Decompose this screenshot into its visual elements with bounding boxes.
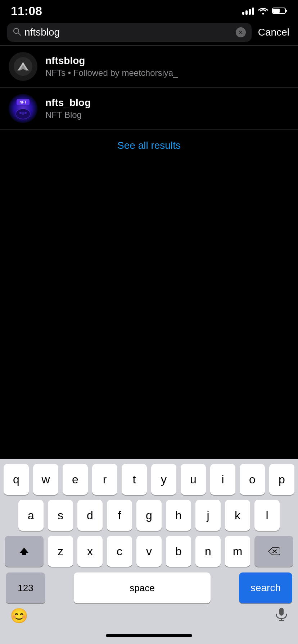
key-m[interactable]: m (225, 536, 250, 567)
key-t[interactable]: t (122, 464, 147, 495)
svg-rect-15 (21, 113, 25, 114)
result-name-nfts-blog: nfts_blog (45, 97, 289, 109)
result-item-nftsblog[interactable]: nftsblog NFTs • Followed by meetchorsiya… (0, 46, 298, 88)
status-time: 11:08 (11, 4, 42, 18)
signal-icon (242, 7, 254, 15)
key-r[interactable]: r (92, 464, 117, 495)
key-i[interactable]: i (210, 464, 235, 495)
mic-button[interactable] (272, 607, 291, 625)
key-h[interactable]: h (166, 500, 191, 531)
keyboard-row-3: z x c v b n m (3, 536, 295, 567)
svg-rect-18 (279, 608, 284, 616)
avatar-nfts-blog: NFT (9, 94, 37, 123)
key-shift[interactable] (5, 536, 44, 567)
key-numbers[interactable]: 123 (6, 572, 45, 603)
result-info-nfts-blog: nfts_blog NFT Blog (45, 97, 289, 120)
see-all-row: See all results (0, 130, 298, 161)
key-f[interactable]: f (107, 500, 132, 531)
result-name-nftsblog: nftsblog (45, 55, 289, 66)
keyboard-row-1: q w e r t y u i o p (3, 464, 295, 495)
search-icon (13, 28, 21, 37)
key-search[interactable]: search (239, 572, 292, 603)
result-sub-nftsblog: NFTs • Followed by meetchorsiya_ (45, 68, 289, 78)
key-k[interactable]: k (225, 500, 250, 531)
status-icons (242, 7, 287, 15)
svg-rect-1 (273, 9, 280, 13)
key-l[interactable]: l (254, 500, 280, 531)
key-j[interactable]: j (195, 500, 221, 531)
key-n[interactable]: n (195, 536, 221, 567)
results-list: nftsblog NFTs • Followed by meetchorsiya… (0, 46, 298, 130)
key-g[interactable]: g (136, 500, 162, 531)
result-info-nftsblog: nftsblog NFTs • Followed by meetchorsiya… (45, 55, 289, 78)
key-o[interactable]: o (240, 464, 265, 495)
key-d[interactable]: d (77, 500, 103, 531)
key-c[interactable]: c (107, 536, 132, 567)
clear-button[interactable]: ✕ (236, 27, 246, 37)
key-e[interactable]: e (63, 464, 88, 495)
key-v[interactable]: v (136, 536, 162, 567)
search-bar-row: ✕ Cancel (0, 19, 298, 45)
key-y[interactable]: y (151, 464, 176, 495)
home-indicator (106, 634, 192, 637)
key-x[interactable]: x (77, 536, 103, 567)
key-space[interactable]: space (74, 572, 211, 603)
battery-icon (272, 7, 287, 15)
avatar-nftsblog (9, 52, 37, 81)
svg-point-12 (19, 112, 22, 114)
key-backspace[interactable] (254, 536, 293, 567)
keyboard: q w e r t y u i o p a s d f g h j k l (0, 459, 298, 644)
search-input-wrap[interactable]: ✕ (7, 23, 252, 42)
keyboard-row-2: a s d f g h j k l (3, 500, 295, 531)
cancel-button[interactable]: Cancel (257, 27, 291, 38)
key-z[interactable]: z (48, 536, 73, 567)
key-u[interactable]: u (181, 464, 206, 495)
home-indicator-bar (0, 627, 298, 644)
result-item-nfts-blog[interactable]: NFT nfts_blog NFT Blog (0, 88, 298, 130)
wifi-icon (258, 7, 268, 15)
search-input[interactable] (24, 27, 232, 38)
svg-line-4 (18, 33, 21, 36)
key-q[interactable]: q (4, 464, 29, 495)
key-a[interactable]: a (18, 500, 44, 531)
key-s[interactable]: s (48, 500, 73, 531)
status-bar: 11:08 (0, 0, 298, 19)
key-w[interactable]: w (33, 464, 58, 495)
result-sub-nfts-blog: NFT Blog (45, 110, 289, 120)
key-b[interactable]: b (166, 536, 191, 567)
key-p[interactable]: p (269, 464, 294, 495)
svg-text:NFT: NFT (19, 100, 26, 104)
svg-rect-2 (285, 10, 287, 12)
emoji-button[interactable]: 😊 (7, 607, 31, 624)
keyboard-bottom-row: 123 space search (0, 569, 298, 603)
see-all-button[interactable]: See all results (117, 140, 181, 151)
svg-point-13 (24, 112, 27, 114)
